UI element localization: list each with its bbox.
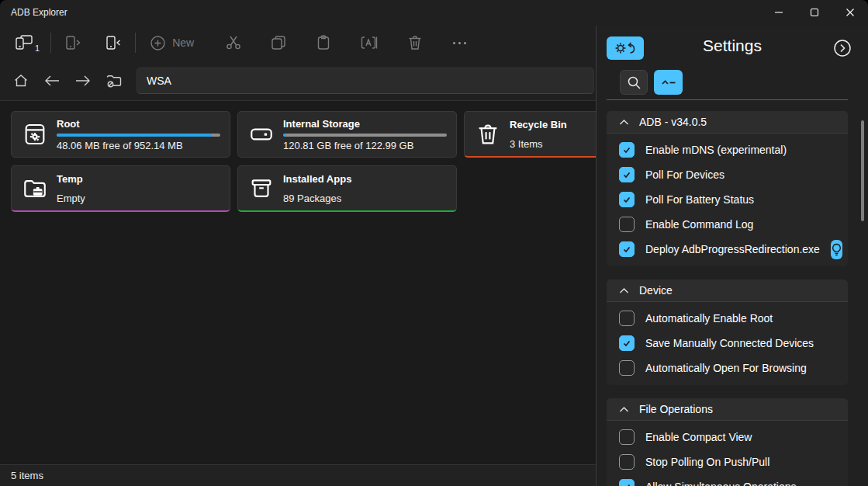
- address-bar[interactable]: [137, 68, 594, 94]
- checkmark-icon: [622, 338, 631, 348]
- address-input[interactable]: [137, 75, 593, 87]
- delete-button[interactable]: [400, 29, 430, 57]
- collapse-all-button[interactable]: [654, 70, 683, 95]
- main-content: Root 48.06 MB free of 952.14 MB Internal…: [0, 101, 596, 464]
- storage-progress-fill: [283, 134, 286, 137]
- checkbox[interactable]: [619, 142, 635, 158]
- setting-row[interactable]: Save Manually Connected Devices: [607, 331, 848, 356]
- setting-row[interactable]: Enable Command Log: [607, 212, 848, 237]
- section-header[interactable]: ADB - v34.0.5: [607, 111, 848, 133]
- checkbox[interactable]: [619, 479, 635, 486]
- checkbox[interactable]: [619, 429, 635, 445]
- drive-detail: 89 Packages: [283, 192, 447, 205]
- home-button[interactable]: [6, 67, 36, 95]
- setting-row[interactable]: Deploy AdbProgressRedirection.exe: [607, 237, 848, 262]
- checkmark-icon: [622, 145, 631, 154]
- checkbox[interactable]: [619, 360, 635, 376]
- rename-button[interactable]: [354, 29, 385, 57]
- hide-panel-button[interactable]: [832, 38, 852, 58]
- checkbox[interactable]: [619, 192, 635, 207]
- storage-progress-bar: [57, 134, 220, 137]
- checkbox[interactable]: [619, 167, 635, 182]
- more-button[interactable]: [447, 29, 472, 57]
- checkmark-icon: [622, 195, 631, 204]
- drive-card-temp[interactable]: Temp Empty: [11, 165, 230, 212]
- drive-title: Temp: [57, 172, 220, 186]
- temp-folder-icon: [21, 175, 49, 203]
- setting-row[interactable]: Allow Simultaneous Operations: [607, 474, 848, 486]
- checkbox[interactable]: [619, 241, 635, 257]
- setting-row[interactable]: Automatically Open For Browsing: [607, 356, 848, 380]
- installed-apps-icon: [247, 175, 275, 203]
- collapse-all-icon: [660, 76, 677, 89]
- toolbar: 1 New: [0, 25, 596, 61]
- connect-device-button[interactable]: [57, 29, 88, 57]
- rename-icon: [360, 34, 379, 51]
- checkbox[interactable]: [619, 217, 635, 232]
- checkbox[interactable]: [619, 311, 635, 326]
- new-button[interactable]: New: [142, 29, 202, 57]
- close-button[interactable]: [832, 0, 868, 25]
- internal-storage-icon: [247, 120, 275, 148]
- maximize-button[interactable]: [797, 0, 832, 25]
- settings-header: Settings: [597, 26, 868, 74]
- new-button-label: New: [172, 36, 194, 49]
- close-icon: [846, 8, 855, 17]
- section-title: ADB - v34.0.5: [639, 116, 707, 128]
- checkmark-icon: [622, 245, 631, 254]
- drive-card-root[interactable]: Root 48.06 MB free of 952.14 MB: [11, 111, 230, 158]
- back-button[interactable]: [37, 67, 67, 95]
- devices-count-badge: 1: [35, 43, 40, 53]
- setting-row[interactable]: Enable Compact View: [607, 425, 848, 450]
- cut-icon: [225, 34, 242, 51]
- storage-progress-bar: [283, 134, 447, 137]
- section-title: Device: [639, 284, 673, 297]
- setting-label: Poll For Devices: [645, 168, 840, 181]
- copy-button[interactable]: [264, 29, 293, 57]
- root-drive-icon: [21, 120, 49, 148]
- titlebar: ADB Explorer: [0, 0, 868, 25]
- drive-title: Root: [57, 117, 220, 130]
- disconnect-device-button[interactable]: [98, 29, 129, 57]
- minimize-button[interactable]: [761, 0, 797, 25]
- setting-row[interactable]: Automatically Enable Root: [607, 306, 848, 331]
- window-controls: [761, 0, 868, 25]
- checkmark-icon: [622, 170, 631, 179]
- cut-button[interactable]: [219, 29, 248, 57]
- folder-location-icon: [105, 73, 123, 89]
- settings-scroll-area: ADB - v34.0.5 Enable mDNS (experimental)…: [607, 111, 848, 486]
- chevron-up-icon: [619, 406, 629, 413]
- deploy-info-button[interactable]: [831, 240, 842, 259]
- section-header[interactable]: File Operations: [607, 398, 848, 420]
- search-icon: [627, 75, 641, 90]
- setting-row[interactable]: Enable mDNS (experimental): [607, 137, 848, 162]
- maximize-icon: [810, 8, 819, 17]
- forward-button[interactable]: [68, 67, 98, 95]
- setting-row[interactable]: Poll For Battery Status: [607, 187, 848, 212]
- panel-scrollbar-thumb[interactable]: [861, 120, 864, 221]
- chevron-up-icon: [619, 119, 629, 126]
- devices-button[interactable]: 1: [9, 29, 44, 57]
- settings-tools: [620, 70, 683, 95]
- disconnect-device-icon: [104, 34, 123, 51]
- status-bar: 5 items: [0, 464, 596, 486]
- paste-icon: [315, 34, 332, 51]
- section-header[interactable]: Device: [607, 279, 848, 301]
- settings-section-device: Device Automatically Enable Root Save Ma…: [607, 279, 848, 385]
- setting-row[interactable]: Poll For Devices: [607, 162, 848, 187]
- folder-location-button[interactable]: [99, 67, 129, 95]
- setting-row[interactable]: Stop Polling On Push/Pull: [607, 450, 848, 474]
- checkbox[interactable]: [619, 454, 635, 470]
- plus-circle-icon: [150, 35, 166, 51]
- drive-detail: Empty: [57, 192, 220, 205]
- setting-label: Enable Command Log: [645, 218, 840, 231]
- settings-section-adb: ADB - v34.0.5 Enable mDNS (experimental)…: [607, 111, 848, 266]
- recycle-bin-icon: [474, 120, 502, 148]
- checkbox[interactable]: [619, 335, 635, 351]
- paste-button[interactable]: [309, 29, 338, 57]
- chevron-circle-right-icon: [833, 39, 852, 57]
- section-title: File Operations: [639, 403, 713, 415]
- drive-card-internal-storage[interactable]: Internal Storage 120.81 GB free of 122.9…: [237, 111, 457, 158]
- search-button[interactable]: [620, 70, 648, 95]
- drive-card-installed-apps[interactable]: Installed Apps 89 Packages: [237, 165, 457, 212]
